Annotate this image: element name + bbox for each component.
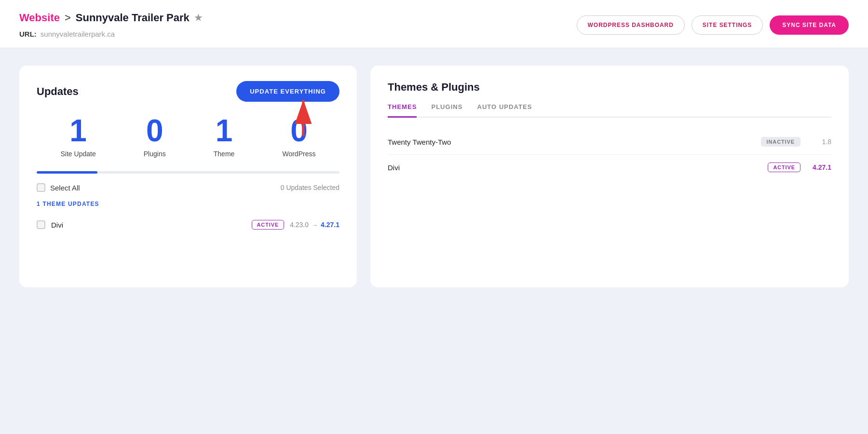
stat-plugins: 0 Plugins bbox=[144, 115, 166, 158]
header-left: Website > Sunnyvale Trailer Park ★ URL: … bbox=[19, 12, 202, 38]
theme-row-divi: Divi ACTIVE 4.27.1 bbox=[388, 155, 831, 180]
select-all-row: Select All 0 Updates Selected bbox=[37, 183, 339, 192]
url-value: sunnyvaletrailerpark.ca bbox=[41, 30, 115, 38]
stat-label-wordpress: WordPress bbox=[282, 150, 315, 158]
header: Website > Sunnyvale Trailer Park ★ URL: … bbox=[0, 0, 868, 48]
theme-updates-section-label: 1 THEME UPDATES bbox=[37, 201, 339, 207]
divi-version: 4.27.1 bbox=[812, 163, 831, 171]
tab-plugins[interactable]: PLUGINS bbox=[431, 103, 462, 118]
version-arrow-icon: → bbox=[312, 221, 318, 229]
stat-number-wordpress: 0 bbox=[290, 115, 308, 146]
divi-active-badge: ACTIVE bbox=[252, 220, 285, 230]
site-settings-button[interactable]: SITE SETTINGS bbox=[692, 15, 763, 35]
breadcrumb-website-link[interactable]: Website bbox=[19, 12, 60, 24]
wordpress-dashboard-button[interactable]: WORDPRESS DASHBOARD bbox=[577, 15, 685, 35]
stat-theme: 1 Theme bbox=[214, 115, 235, 158]
stat-wordpress: 0 WordPress bbox=[282, 115, 315, 158]
progress-bar-fill bbox=[37, 171, 97, 174]
divi-active-badge-themes: ACTIVE bbox=[768, 163, 800, 172]
stat-number-plugins: 0 bbox=[146, 115, 163, 146]
sync-site-data-button[interactable]: SYNC SITE DATA bbox=[770, 15, 849, 35]
breadcrumb-site-name: Sunnyvale Trailer Park bbox=[76, 12, 190, 24]
stat-label-site-update: Site Update bbox=[61, 150, 96, 158]
update-everything-container: UPDATE EVERYTHING bbox=[236, 81, 339, 102]
stat-label-plugins: Plugins bbox=[144, 150, 166, 158]
divi-version-to: 4.27.1 bbox=[321, 221, 339, 229]
header-actions: WORDPRESS DASHBOARD SITE SETTINGS SYNC S… bbox=[577, 15, 849, 35]
twenty-twenty-two-name: Twenty Twenty-Two bbox=[388, 138, 761, 146]
twenty-twenty-two-version: 1.8 bbox=[812, 138, 831, 146]
breadcrumb-separator: > bbox=[65, 12, 71, 24]
stats-row: 1 Site Update 0 Plugins 1 Theme 0 WordPr… bbox=[37, 115, 339, 158]
select-all-label: Select All bbox=[50, 184, 80, 192]
themes-plugins-panel: Themes & Plugins THEMES PLUGINS AUTO UPD… bbox=[370, 66, 849, 287]
stat-site-update: 1 Site Update bbox=[61, 115, 96, 158]
stat-number-theme: 1 bbox=[216, 115, 233, 146]
updates-panel: Updates UPDATE EVERYTHING bbox=[19, 66, 357, 287]
progress-container bbox=[37, 171, 339, 174]
divi-theme-name: Divi bbox=[51, 221, 246, 229]
select-all-checkbox[interactable] bbox=[37, 183, 45, 192]
divi-name: Divi bbox=[388, 163, 768, 172]
themes-plugins-title: Themes & Plugins bbox=[388, 81, 831, 94]
stat-number-site-update: 1 bbox=[69, 115, 87, 146]
progress-bar-track bbox=[37, 171, 339, 174]
breadcrumb: Website > Sunnyvale Trailer Park ★ bbox=[19, 12, 202, 24]
twenty-twenty-two-inactive-badge: INACTIVE bbox=[761, 137, 800, 147]
select-all-left: Select All bbox=[37, 183, 80, 192]
favorite-star-icon[interactable]: ★ bbox=[194, 13, 202, 23]
theme-row-twenty-twenty-two: Twenty Twenty-Two INACTIVE 1.8 bbox=[388, 129, 831, 155]
url-label: URL: bbox=[19, 30, 37, 38]
theme-update-row: Divi ACTIVE 4.23.0 → 4.27.1 bbox=[37, 215, 339, 234]
tab-themes[interactable]: THEMES bbox=[388, 103, 417, 118]
tab-auto-updates[interactable]: AUTO UPDATES bbox=[477, 103, 532, 118]
url-row: URL: sunnyvaletrailerpark.ca bbox=[19, 30, 202, 38]
main-content: Updates UPDATE EVERYTHING bbox=[0, 48, 868, 305]
divi-update-checkbox[interactable] bbox=[37, 220, 45, 229]
divi-version-from: 4.23.0 → 4.27.1 bbox=[290, 221, 339, 229]
themes-tabs-row: THEMES PLUGINS AUTO UPDATES bbox=[388, 103, 831, 118]
stat-label-theme: Theme bbox=[214, 150, 235, 158]
updates-panel-header: Updates UPDATE EVERYTHING bbox=[37, 81, 339, 102]
updates-title: Updates bbox=[37, 85, 79, 98]
update-everything-button[interactable]: UPDATE EVERYTHING bbox=[236, 81, 339, 102]
updates-selected-count: 0 Updates Selected bbox=[281, 184, 339, 191]
